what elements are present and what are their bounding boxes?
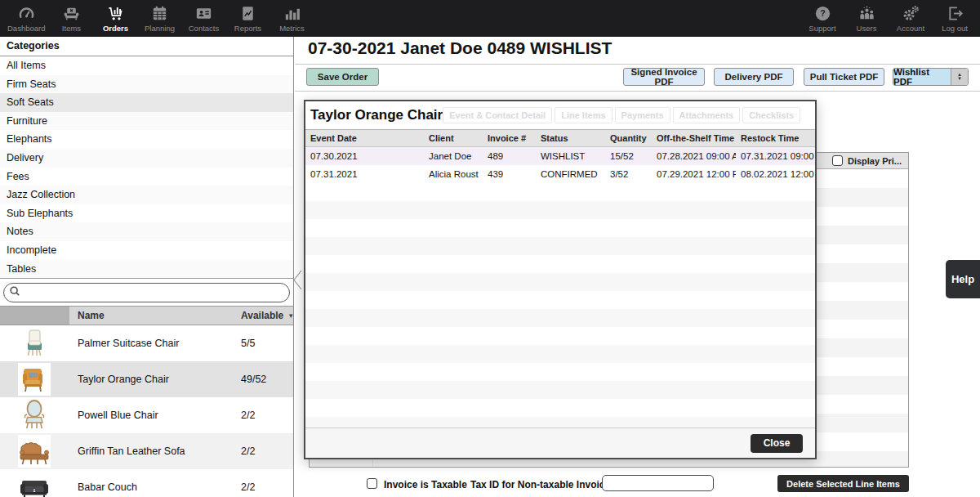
search-icon [9,285,20,300]
question-circle-icon: ? [813,4,832,23]
calendar-icon [150,4,169,23]
col-event-date: Event Date [305,133,424,143]
delete-selected-line-items-button[interactable]: Delete Selected Line Items [777,475,909,492]
item-row-taylor[interactable]: Taylor Orange Chair 49/52 [0,361,293,397]
category-sub-elephants[interactable]: Sub Elephants [0,204,293,223]
cell-status: CONFIRMED [536,169,605,179]
nav-label: Contacts [189,24,220,33]
item-search[interactable] [3,283,290,302]
item-row-palmer[interactable]: Palmer Suitcase Chair 5/5 [0,325,293,361]
powell-chair-thumbnail [18,399,51,432]
nav-contacts[interactable]: Contacts [181,2,225,34]
chevron-left-icon [292,280,303,293]
tab-line-items[interactable]: Line Items [555,107,612,123]
item-row-griffin[interactable]: Griffin Tan Leather Sofa 2/2 [0,433,293,469]
search-input[interactable] [24,286,289,299]
id-card-icon [194,4,213,23]
wishlist-pdf-button[interactable]: Wishlist PDF ▲ ▼ [893,68,969,86]
category-delivery[interactable]: Delivery [0,149,293,168]
category-notes[interactable]: Notes [0,222,293,241]
category-fees[interactable]: Fees [0,168,293,186]
nav-planning[interactable]: Planning [137,2,181,34]
pdf-type-stepper[interactable]: ▲ ▼ [951,69,968,85]
nav-dashboard[interactable]: Dashboard [3,2,49,34]
category-incomplete[interactable]: Incomplete [0,241,293,260]
name-column-header[interactable]: Name [69,307,241,325]
nav-users[interactable]: Users [844,2,889,34]
availability-row-confirmed[interactable]: 07.31.2021 Alicia Roust 439 CONFIRMED 3/… [305,165,815,183]
nav-label: Support [808,24,835,33]
babar-couch-thumbnail [18,471,51,497]
gears-icon [902,4,920,23]
nav-label: Orders [103,24,128,33]
sort-descending-icon[interactable]: ▼ [287,312,294,320]
item-row-babar[interactable]: Babar Couch 2/2 [0,469,293,497]
col-client: Client [424,133,483,143]
main-nav: Dashboard Items Orders Planning Contacts… [3,2,314,34]
taylor-chair-thumbnail [18,363,51,396]
nav-account[interactable]: Account [889,2,933,34]
pull-ticket-pdf-button[interactable]: Pull Ticket PDF [804,68,884,86]
category-elephants[interactable]: Elephants [0,130,293,149]
tab-attachments[interactable]: Attachments [673,107,741,123]
category-tables[interactable]: Tables [0,260,293,279]
invoice-taxable-checkbox[interactable] [367,478,377,489]
category-jazz-collection[interactable]: Jazz Collection [0,186,293,204]
sidebar-collapse-handle[interactable] [292,269,303,294]
col-restock-time: Restock Time [736,133,815,143]
availability-table-header: Event Date Client Invoice # Status Quant… [305,129,815,147]
available-column-header[interactable]: Available ▼ [241,307,293,325]
griffin-sofa-thumbnail [18,435,51,468]
top-toolbar: Dashboard Items Orders Planning Contacts… [0,0,980,37]
items-table-header: Name Available ▼ [0,306,293,325]
item-name: Taylor Orange Chair [69,374,241,385]
palmer-chair-thumbnail [18,327,51,360]
category-soft-seats[interactable]: Soft Seats [0,93,293,112]
gauge-icon [17,4,36,23]
delivery-pdf-button[interactable]: Delivery PDF [714,68,794,86]
nav-orders[interactable]: Orders [93,2,137,34]
tab-payments[interactable]: Payments [615,107,670,123]
nav-label: Log out [942,24,968,33]
save-order-button[interactable]: Save Order [306,68,379,86]
cell-client: Alicia Roust [424,169,483,179]
category-all-items[interactable]: All Items [0,56,293,75]
item-row-powell[interactable]: Powell Blue Chair 2/2 [0,397,293,433]
tax-id-label: Tax ID for Non-taxable Invoice: [470,479,613,490]
bar-chart-icon [283,4,301,23]
armchair-icon [62,4,81,23]
tab-checklists[interactable]: Checklists [742,107,800,123]
category-furniture[interactable]: Furniture [0,112,293,131]
order-tabs-disabled: Event & Contact Detail Line Items Paymen… [443,107,800,123]
nav-label: Users [857,24,877,33]
cell-off-shelf: 07.28.2021 09:00 AM [652,151,736,161]
cell-status: WISHLIST [536,151,605,161]
display-pricing-checkbox[interactable] [832,155,843,166]
nav-metrics[interactable]: Metrics [270,2,314,34]
item-available: 2/2 [241,446,293,457]
availability-row-wishlist[interactable]: 07.30.2021 Janet Doe 489 WISHLIST 15/52 … [305,147,815,165]
nav-items[interactable]: Items [49,2,93,34]
close-button[interactable]: Close [751,434,803,453]
tax-id-input[interactable] [602,475,714,491]
divider [295,64,980,65]
nav-logout[interactable]: Log out [933,2,977,34]
categories-header: Categories [0,37,293,56]
tab-event-contact-detail[interactable]: Event & Contact Detail [443,107,552,123]
cart-icon [106,4,125,23]
item-availability-dialog: Taylor Orange Chair Event & Contact Deta… [304,100,817,459]
nav-support[interactable]: ? Support [800,2,844,34]
nav-reports[interactable]: Reports [225,2,270,34]
cell-client: Janet Doe [424,151,483,161]
cell-invoice: 439 [483,169,536,179]
cell-quantity: 15/52 [605,151,652,161]
signed-invoice-pdf-button[interactable]: Signed Invoice PDF [623,68,705,86]
cell-event-date: 07.31.2021 [305,169,424,179]
category-firm-seats[interactable]: Firm Seats [0,75,293,94]
user-nav: ? Support Users Account Log out [800,2,977,34]
help-button[interactable]: Help [946,260,980,298]
display-pricing-label: Display Pri... [848,156,902,166]
nav-label: Planning [145,24,175,33]
svg-text:?: ? [820,8,825,18]
cell-restock: 07.31.2021 09:00 PM [736,151,815,161]
